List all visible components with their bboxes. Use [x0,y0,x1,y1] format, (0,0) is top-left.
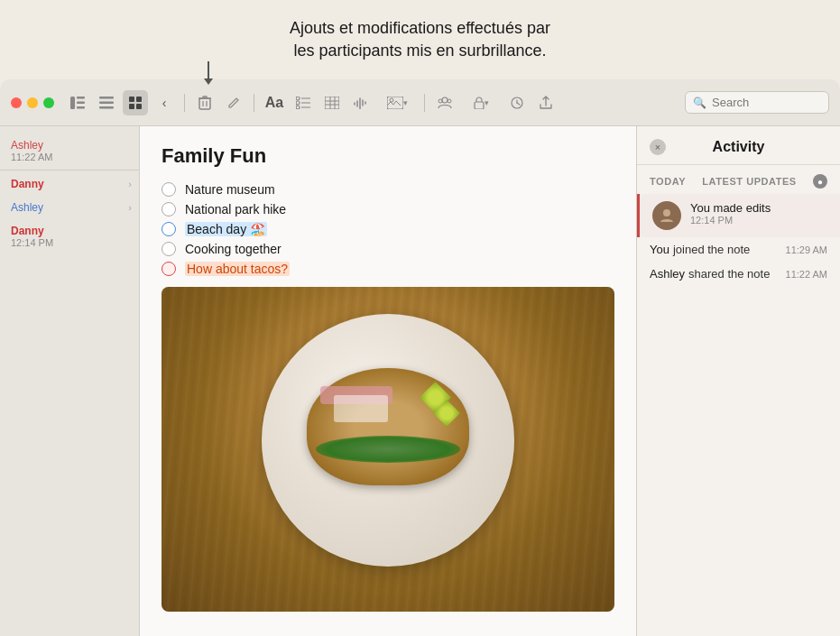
media-button[interactable]: ▾ [377,90,417,115]
activity-section-header: TODAY LATEST UPDATES ● [637,165,840,194]
separator-3 [424,94,425,112]
lock-icon [474,97,485,109]
traffic-lights [11,97,54,108]
svg-point-16 [296,101,300,105]
svg-rect-2 [77,101,85,104]
search-box[interactable]: 🔍 [685,91,829,114]
app-window: ‹ Aa [0,79,840,636]
svg-point-18 [296,106,300,109]
sidebar-icon [70,97,85,109]
media-icon [387,97,403,109]
tooltip-arrow [208,61,209,79]
svg-point-32 [442,97,448,103]
close-button[interactable] [11,97,22,108]
table-icon [325,97,339,109]
activity-text-1: You made edits 12:14 PM [690,201,827,226]
edit-button[interactable] [221,90,246,115]
checklist-item-3: Beach day 🏖️ [162,222,614,236]
sidebar-divider-1 [0,170,139,171]
search-input[interactable] [712,96,821,109]
svg-rect-3 [77,106,85,109]
export-button[interactable] [533,90,558,115]
chevron-right-icon: › [128,179,132,189]
checkbox-2[interactable] [162,202,176,217]
plate [262,314,514,567]
search-icon: 🔍 [693,97,706,109]
delete-button[interactable] [192,90,217,115]
activity-main-1: You made edits [690,201,827,215]
activity-panel: × Activity TODAY LATEST UPDATES ● [637,126,840,636]
toolbar: ‹ Aa [0,79,840,126]
share-button[interactable] [432,90,457,115]
checkbox-3[interactable] [162,222,176,236]
svg-rect-0 [70,97,75,109]
svg-point-14 [296,97,300,100]
minimize-button[interactable] [27,97,38,108]
list-icon [99,97,114,109]
note-area[interactable]: Family Fun Nature museum National park h… [140,126,637,636]
sidebar-toggle-button[interactable] [65,90,90,115]
activity-button[interactable] [504,90,530,115]
latest-label: LATEST UPDATES [702,176,796,187]
separator-2 [254,94,254,112]
svg-point-34 [448,99,451,103]
svg-line-38 [517,103,520,105]
svg-point-31 [390,98,393,102]
checklist-icon [296,97,310,109]
audio-button[interactable] [348,90,374,115]
person-icon [659,207,675,224]
maximize-button[interactable] [43,97,54,108]
clock-icon [510,97,524,109]
today-label: TODAY [650,176,686,187]
activity-close-button[interactable]: × [650,139,666,155]
svg-rect-1 [77,97,85,99]
activity-header: × Activity [637,126,840,165]
note-title: Family Fun [162,144,614,168]
lock-button[interactable]: ▾ [461,90,501,115]
svg-point-39 [663,209,670,217]
grid-view-button[interactable] [123,90,148,115]
latest-updates-badge: ● [813,174,827,189]
svg-rect-10 [136,104,142,109]
grid-icon [129,97,142,109]
sidebar-item-ashley-1[interactable]: Ashley 11:22 AM [0,134,139,168]
checkbox-5[interactable] [162,262,176,276]
checkbox-4[interactable] [162,242,176,256]
chevron-right-icon-2: › [128,202,132,213]
activity-title: Activity [713,139,765,155]
checklist-item-2: National park hike [162,202,614,217]
tooltip-area: Ajouts et modifications effectués par le… [0,0,840,79]
main-content: Ashley 11:22 AM Danny › Ashley › Danny 1… [0,126,840,636]
audio-icon [354,97,368,109]
checklist-item-1: Nature museum [162,182,614,197]
food-photo [162,287,614,612]
checkbox-1[interactable] [162,182,176,197]
people-icon [438,96,452,110]
tooltip-text: Ajouts et modifications effectués par le… [290,17,550,62]
svg-rect-9 [129,104,134,109]
back-button[interactable]: ‹ [152,90,177,115]
checklist-button[interactable] [291,90,316,115]
activity-time-1: 12:14 PM [690,215,827,226]
avatar-you [652,201,681,230]
sidebar-item-danny-2[interactable]: Danny 12:14 PM [0,219,139,253]
svg-rect-6 [99,106,114,109]
svg-rect-35 [475,102,484,109]
list-view-button[interactable] [94,90,119,115]
sidebar-item-ashley-2[interactable]: Ashley › [0,196,139,219]
sidebar-item-danny-1[interactable]: Danny › [0,172,139,196]
table-button[interactable] [319,90,345,115]
format-text-button[interactable]: Aa [262,90,287,115]
svg-rect-20 [325,97,339,109]
checklist-item-4: Cooking together [162,242,614,256]
share-icon [540,96,552,110]
svg-rect-4 [99,97,114,99]
activity-sub-1: You joined the note 11:29 AM [637,237,840,262]
checklist-item-5: How about tacos? [162,262,614,276]
svg-point-33 [438,99,442,103]
svg-rect-7 [129,97,134,102]
activity-sub-2: Ashley shared the note 11:22 AM [637,262,840,286]
sidebar: Ashley 11:22 AM Danny › Ashley › Danny 1… [0,126,140,636]
svg-rect-8 [136,97,142,102]
svg-rect-11 [199,98,210,109]
